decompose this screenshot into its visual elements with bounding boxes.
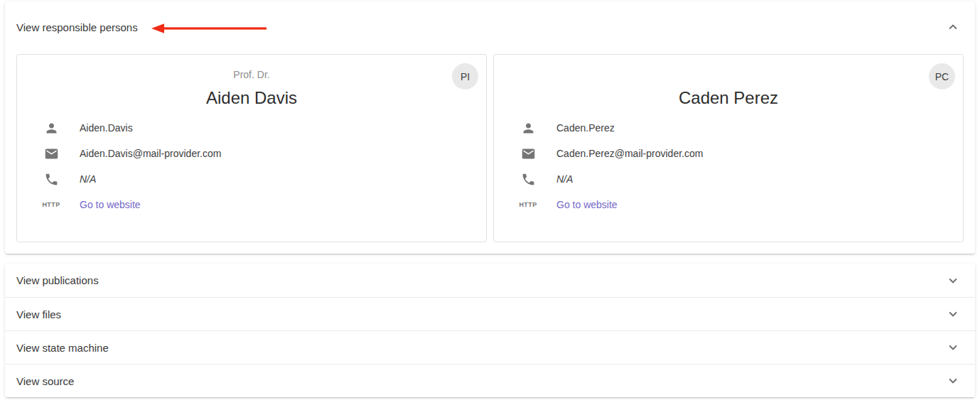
accordion-header-state-machine[interactable]: View state machine [5, 330, 975, 364]
person-card: PI Prof. Dr. Aiden Davis Aiden.Davis [16, 54, 487, 242]
phone-icon [43, 171, 60, 188]
username-row: Aiden.Davis [43, 119, 475, 136]
phone-icon [519, 171, 537, 188]
avatar: PC [929, 63, 955, 90]
accordion-title: View state machine [16, 342, 109, 354]
person-icon [43, 119, 60, 136]
person-name: Caden Perez [494, 87, 963, 109]
username-row: Caden.Perez [519, 119, 952, 136]
accordion-header-files[interactable]: View files [5, 297, 975, 330]
chevron-up-icon[interactable] [945, 19, 961, 35]
website-row: HTTP Go to website [43, 196, 475, 213]
website-row: HTTP Go to website [519, 196, 952, 213]
accordion-collapsed-group: View publications View files View state … [5, 264, 975, 397]
accordion-title: View files [16, 308, 61, 320]
chevron-down-icon[interactable] [945, 273, 961, 288]
person-card: PC Caden Perez Caden.Perez [493, 54, 964, 242]
email-row: Aiden.Davis@mail-provider.com [43, 145, 475, 162]
http-icon: HTTP [519, 196, 537, 213]
accordion-header-source[interactable]: View source [5, 364, 975, 397]
avatar: PI [452, 63, 478, 90]
email-value: Caden.Perez@mail-provider.com [556, 148, 703, 159]
email-icon [519, 145, 537, 162]
http-icon: HTTP [43, 196, 60, 213]
accordion-header-responsible-persons[interactable]: View responsible persons [5, 1, 975, 53]
go-to-website-link[interactable]: Go to website [80, 199, 141, 210]
email-icon [43, 145, 60, 162]
username-value: Aiden.Davis [80, 122, 133, 134]
person-name: Aiden Davis [17, 87, 486, 109]
accordion-title: View publications [16, 274, 99, 286]
red-arrow-annotation-icon [151, 23, 271, 34]
email-row: Caden.Perez@mail-provider.com [519, 145, 952, 162]
person-icon [519, 119, 537, 136]
phone-value: N/A [80, 173, 96, 185]
person-academic-title [494, 68, 963, 82]
responsible-persons-details: PI Prof. Dr. Aiden Davis Aiden.Davis [5, 53, 975, 254]
phone-row: N/A [43, 171, 475, 188]
chevron-down-icon[interactable] [945, 306, 961, 322]
person-academic-title: Prof. Dr. [17, 68, 486, 82]
phone-value: N/A [556, 173, 573, 185]
accordion-header-publications[interactable]: View publications [5, 264, 975, 297]
email-value: Aiden.Davis@mail-provider.com [80, 148, 221, 159]
accordion-title: View source [16, 375, 74, 387]
username-value: Caden.Perez [556, 122, 615, 134]
page: View responsible persons PI Prof. Dr. Ai… [0, 1, 980, 405]
accordion-responsible-persons: View responsible persons PI Prof. Dr. Ai… [5, 1, 975, 254]
chevron-down-icon[interactable] [945, 373, 961, 389]
go-to-website-link[interactable]: Go to website [556, 199, 618, 210]
phone-row: N/A [519, 171, 952, 188]
chevron-down-icon[interactable] [945, 340, 961, 355]
accordion-title: View responsible persons [16, 21, 138, 33]
